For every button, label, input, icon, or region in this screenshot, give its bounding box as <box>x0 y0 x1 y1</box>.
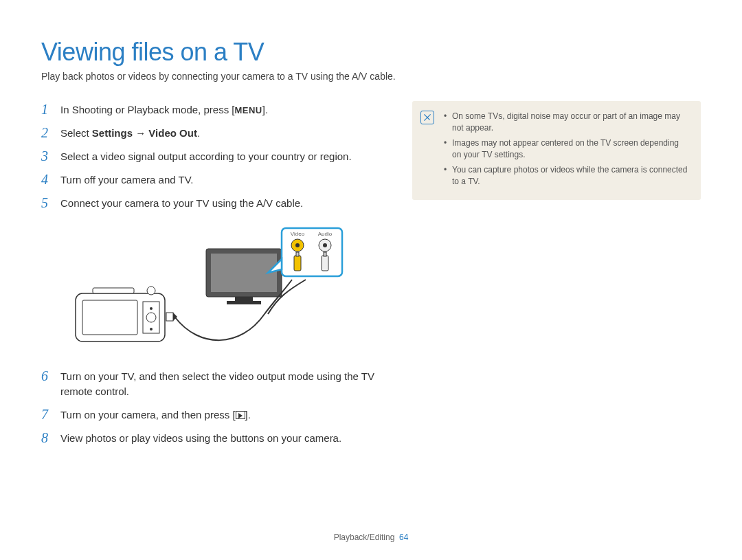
svg-point-15 <box>323 243 327 247</box>
svg-rect-16 <box>296 252 299 256</box>
step-number: 4 <box>41 171 54 188</box>
step-number: 5 <box>41 194 54 211</box>
step-6: 6 Turn on your TV, and then select the v… <box>41 368 385 399</box>
step-text: Turn on your camera, and then press []. <box>60 406 251 423</box>
note-item: You can capture photos or videos while t… <box>444 164 690 188</box>
audio-plug-icon <box>322 256 328 271</box>
svg-rect-17 <box>324 252 326 256</box>
tv-icon <box>206 249 282 304</box>
footer-section: Playback/Editing <box>334 533 395 542</box>
step-number: 1 <box>41 101 54 117</box>
step-text: Select a video signal output according t… <box>60 148 352 164</box>
camera-icon <box>76 287 165 341</box>
step-number: 7 <box>41 406 54 423</box>
video-label: Video <box>291 231 305 237</box>
svg-point-5 <box>150 328 153 331</box>
step-text: In Shooting or Playback mode, press [MEN… <box>60 101 268 117</box>
menu-button-label: MENU <box>234 104 262 117</box>
step-4: 4 Turn off your camera and TV. <box>41 171 385 188</box>
note-icon <box>420 111 434 124</box>
step-text: Turn off your camera and TV. <box>60 171 193 188</box>
step-text: Select Settings → Video Out. <box>60 124 200 141</box>
video-plug-icon <box>294 256 301 271</box>
step-7: 7 Turn on your camera, and then press []… <box>41 406 385 423</box>
page-number: 64 <box>399 533 408 542</box>
audio-label: Audio <box>318 231 333 237</box>
note-item: Images may not appear centered on the TV… <box>444 137 690 161</box>
step-8: 8 View photos or play videos using the b… <box>41 429 385 446</box>
step-2: 2 Select Settings → Video Out. <box>41 124 385 141</box>
page-footer: Playback/Editing 64 <box>0 533 742 542</box>
step-1: 1 In Shooting or Playback mode, press [M… <box>41 101 385 117</box>
svg-rect-12 <box>227 301 261 304</box>
svg-rect-8 <box>166 313 173 321</box>
svg-rect-6 <box>93 288 134 293</box>
step-number: 2 <box>41 124 54 141</box>
connection-diagram: Video Audio <box>62 225 350 355</box>
step-text: Turn on your TV, and then select the vid… <box>60 368 385 399</box>
svg-rect-1 <box>82 300 137 335</box>
steps-column: 1 In Shooting or Playback mode, press [M… <box>41 101 385 453</box>
step-number: 3 <box>41 148 54 164</box>
step-text: Connect your camera to your TV using the… <box>60 194 303 211</box>
svg-point-14 <box>295 243 300 247</box>
step-text: View photos or play videos using the but… <box>60 429 341 446</box>
step-5: 5 Connect your camera to your TV using t… <box>41 194 385 211</box>
svg-point-3 <box>150 307 153 310</box>
note-item: On some TVs, digital noise may occur or … <box>444 111 690 135</box>
step-number: 8 <box>41 429 54 446</box>
step-3: 3 Select a video signal output according… <box>41 148 385 164</box>
page-subtitle: Play back photos or videos by connecting… <box>41 71 701 82</box>
svg-rect-11 <box>235 297 253 301</box>
page-title: Viewing files on a TV <box>41 38 701 67</box>
step-number: 6 <box>41 368 54 384</box>
playback-icon <box>236 411 245 419</box>
note-callout: On some TVs, digital noise may occur or … <box>412 101 701 200</box>
svg-point-7 <box>147 287 155 295</box>
